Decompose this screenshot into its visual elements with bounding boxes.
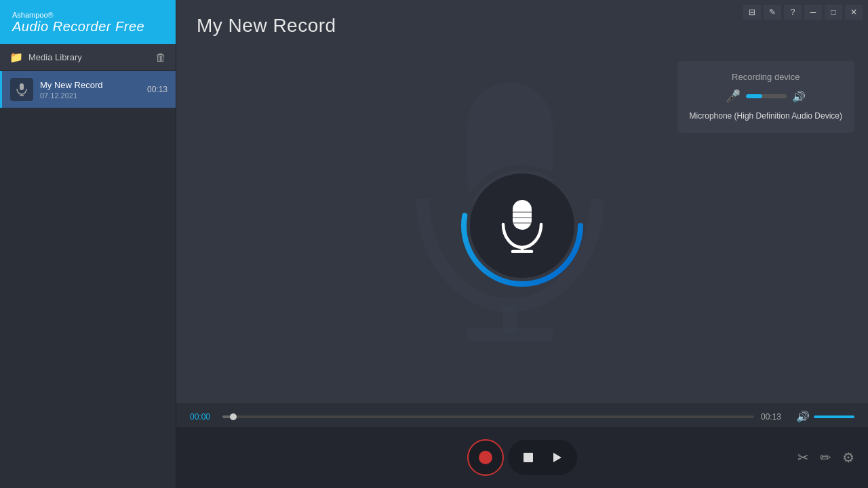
record-dot-icon [479,451,492,464]
total-time: 00:13 [761,412,787,422]
device-volume-fill [746,94,762,98]
progress-row: 00:00 00:13 🔊 [190,410,854,423]
edit-icon[interactable]: ✏ [820,449,831,466]
scissors-icon[interactable]: ✂ [797,449,809,466]
volume-icon: 🔊 [796,410,810,423]
monitor-icon-btn[interactable]: ⊟ [743,5,761,20]
svg-rect-8 [513,200,532,230]
volume-track[interactable] [814,415,854,418]
record-list-item[interactable]: My New Record 07.12.2021 00:13 [0,71,176,108]
record-info: My New Record 07.12.2021 [40,80,140,100]
recording-device-panel: Recording device 🎤 🔊 Microphone (High De… [677,61,854,133]
stop-play-group [508,440,577,475]
record-date: 07.12.2021 [40,92,140,100]
media-library-bar: 📁 Media Library 🗑 [0,44,176,71]
progress-thumb [230,413,237,420]
media-library-label: Media Library [28,52,150,62]
mic-circle [461,165,583,287]
minimize-button[interactable]: ─ [804,5,822,20]
svg-marker-15 [553,453,561,462]
play-button[interactable] [543,444,570,471]
svg-rect-14 [524,453,533,462]
maximize-button[interactable]: □ [825,5,842,20]
record-duration: 00:13 [147,85,167,94]
folder-icon: 📁 [9,51,23,64]
help-button[interactable]: ? [784,5,802,20]
app-container: ⊟ ✎ ? ─ □ ✕ Ashampoo® Audio Recorder Fre… [0,0,868,488]
close-button[interactable]: ✕ [845,5,863,20]
speaker-small-icon: 🔊 [792,90,806,103]
sidebar: Ashampoo® Audio Recorder Free 📁 Media Li… [0,0,176,488]
record-thumbnail [10,78,33,101]
mic-small-icon: 🎤 [726,89,741,104]
stop-button[interactable] [515,444,542,471]
main-body: Recording device 🎤 🔊 Microphone (High De… [176,47,868,403]
record-name: My New Record [40,80,140,90]
progress-track[interactable] [222,415,754,418]
svg-rect-0 [20,83,24,90]
app-free-label: Free [115,19,144,34]
app-brand-top: Ashampoo® [12,11,163,19]
app-logo: Ashampoo® Audio Recorder Free [0,0,176,44]
device-name: Microphone (High Definition Audio Device… [690,110,842,122]
app-brand-main: Audio Recorder Free [12,19,163,35]
progress-area: 00:00 00:13 🔊 [176,403,868,427]
volume-control: 🔊 [796,410,854,423]
transport-group [467,439,577,476]
recording-device-label: Recording device [732,72,800,82]
device-volume-slider[interactable] [746,94,787,98]
titlebar: ⊟ ✎ ? ─ □ ✕ [743,0,868,24]
mic-circle-inner [470,174,574,278]
recording-device-controls: 🎤 🔊 [726,89,806,104]
bottom-controls: ✂ ✏ ⚙ [176,427,868,488]
current-time: 00:00 [190,412,216,422]
trash-icon[interactable]: 🗑 [155,52,166,64]
main-content: My New Record [176,0,868,488]
record-button[interactable] [467,439,504,476]
pen-icon-btn[interactable]: ✎ [764,5,781,20]
settings-icon[interactable]: ⚙ [842,449,854,466]
app-name-label: Audio Recorder [12,19,115,34]
bottom-right-icons: ✂ ✏ ⚙ [797,449,854,466]
